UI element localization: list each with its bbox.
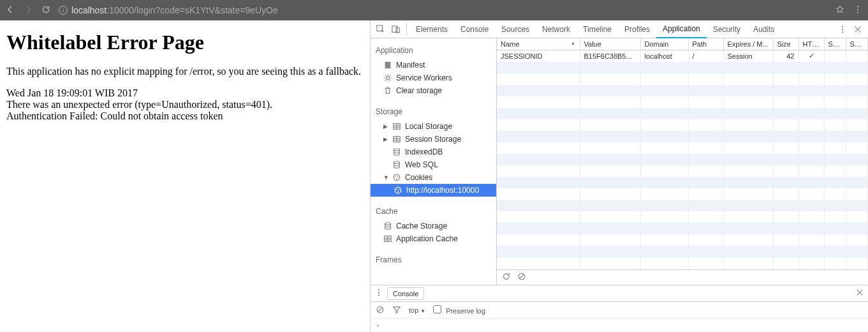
col-domain[interactable]: Domain bbox=[640, 38, 688, 50]
sidebar-item-manifest[interactable]: Manifest bbox=[371, 59, 496, 72]
grid-icon bbox=[392, 135, 401, 144]
tab-timeline[interactable]: Timeline bbox=[577, 20, 618, 38]
close-drawer-icon[interactable] bbox=[855, 288, 864, 299]
forward-button[interactable] bbox=[23, 4, 33, 17]
sidebar-item-websql[interactable]: Web SQL bbox=[371, 158, 496, 171]
inspect-element-icon[interactable] bbox=[376, 24, 386, 34]
sidebar-item-clear-storage[interactable]: Clear storage bbox=[371, 84, 496, 97]
drawer-menu-icon[interactable] bbox=[374, 288, 383, 299]
table-row bbox=[497, 119, 868, 131]
page-title: Whitelabel Error Page bbox=[6, 31, 364, 54]
col-samesite[interactable]: Sa... bbox=[846, 38, 868, 50]
svg-point-15 bbox=[394, 174, 400, 181]
sidebar-item-application-cache[interactable]: Application Cache bbox=[371, 232, 496, 245]
svg-point-28 bbox=[378, 294, 379, 296]
cookie-table: Name▲ Value Domain Path Expires / M... S… bbox=[497, 38, 868, 269]
table-row bbox=[497, 62, 868, 73]
cookie-panel: Name▲ Value Domain Path Expires / M... S… bbox=[497, 38, 868, 285]
col-http[interactable]: HTTP bbox=[798, 38, 824, 50]
table-row[interactable]: JSESSIONIDB15F6C38B5...localhost/Session… bbox=[497, 50, 868, 62]
svg-point-20 bbox=[396, 188, 397, 190]
tab-audits[interactable]: Audits bbox=[747, 20, 781, 38]
svg-point-21 bbox=[399, 189, 400, 190]
col-secure[interactable]: Se... bbox=[824, 38, 846, 50]
console-prompt[interactable]: › bbox=[371, 319, 868, 332]
table-row bbox=[497, 108, 868, 119]
cookie-icon bbox=[392, 173, 401, 182]
table-row bbox=[497, 211, 868, 223]
svg-point-0 bbox=[857, 6, 858, 7]
tab-console[interactable]: Console bbox=[454, 20, 495, 38]
trash-icon bbox=[383, 86, 392, 95]
refresh-button[interactable] bbox=[502, 272, 511, 283]
table-row bbox=[497, 73, 868, 85]
grid-icon bbox=[392, 122, 401, 131]
auth-failure: Authentication Failed: Could not obtain … bbox=[6, 110, 364, 122]
caret-icon: ▶ bbox=[383, 136, 388, 142]
url-port: :10000 bbox=[107, 5, 134, 15]
tab-profiles[interactable]: Profiles bbox=[618, 20, 656, 38]
grid-icon bbox=[383, 234, 392, 243]
reload-button[interactable] bbox=[41, 4, 51, 17]
clear-console-icon[interactable] bbox=[376, 305, 385, 315]
tab-sources[interactable]: Sources bbox=[495, 20, 536, 38]
col-path[interactable]: Path bbox=[688, 38, 723, 50]
table-row bbox=[497, 223, 868, 234]
table-row bbox=[497, 257, 868, 269]
sidebar-item-session-storage[interactable]: ▶ Session Storage bbox=[371, 133, 496, 146]
col-name[interactable]: Name▲ bbox=[497, 38, 580, 50]
divider bbox=[406, 24, 407, 35]
bookmark-button[interactable] bbox=[835, 4, 845, 17]
svg-point-26 bbox=[378, 289, 379, 290]
table-row bbox=[497, 131, 868, 142]
caret-down-icon: ▼ bbox=[383, 174, 388, 181]
sidebar-item-cookie-origin[interactable]: http://localhost:10000 bbox=[371, 184, 496, 197]
back-button[interactable] bbox=[5, 4, 15, 17]
drawer-tab-console[interactable]: Console bbox=[387, 287, 424, 300]
devtools-menu-icon[interactable] bbox=[837, 24, 848, 34]
table-row bbox=[497, 188, 868, 200]
console-drawer: Console top ▼ Preserv bbox=[371, 285, 868, 332]
url-path: /login?code=sK1YtV&state=9eUyOe bbox=[134, 5, 278, 15]
svg-point-8 bbox=[842, 31, 843, 33]
chrome-menu-button[interactable] bbox=[853, 4, 863, 17]
col-value[interactable]: Value bbox=[580, 38, 640, 50]
preserve-log-toggle[interactable]: Preserve log bbox=[433, 305, 485, 315]
tab-security[interactable]: Security bbox=[707, 20, 747, 38]
address-bar[interactable]: i localhost:10000/login?code=sK1YtV&stat… bbox=[59, 5, 827, 15]
svg-point-17 bbox=[397, 176, 399, 177]
site-info-icon[interactable]: i bbox=[59, 6, 68, 15]
sidebar-item-cookies[interactable]: ▼ Cookies bbox=[371, 171, 496, 184]
preserve-log-checkbox[interactable] bbox=[433, 305, 441, 313]
tab-network[interactable]: Network bbox=[536, 20, 577, 38]
filter-icon[interactable] bbox=[392, 305, 401, 315]
error-timestamp: Wed Jan 18 19:09:01 WIB 2017 bbox=[6, 87, 364, 99]
svg-point-10 bbox=[386, 76, 389, 79]
sidebar-item-cache-storage[interactable]: Cache Storage bbox=[371, 220, 496, 232]
col-expires[interactable]: Expires / M... bbox=[723, 38, 773, 50]
devtools-panel: Elements Console Sources Network Timelin… bbox=[370, 20, 868, 332]
svg-point-14 bbox=[394, 162, 400, 164]
table-row bbox=[497, 200, 868, 211]
table-row bbox=[497, 142, 868, 154]
device-toolbar-icon[interactable] bbox=[391, 24, 401, 34]
devtools-tabs: Elements Console Sources Network Timelin… bbox=[371, 20, 868, 38]
browser-toolbar: i localhost:10000/login?code=sK1YtV&stat… bbox=[0, 0, 868, 20]
section-frames: Frames bbox=[371, 252, 496, 268]
table-row bbox=[497, 85, 868, 96]
table-row bbox=[497, 165, 868, 177]
sidebar-item-service-workers[interactable]: Service Workers bbox=[371, 72, 496, 84]
section-application: Application bbox=[371, 42, 496, 59]
clear-button[interactable] bbox=[517, 272, 526, 283]
close-devtools-icon[interactable] bbox=[853, 24, 863, 34]
svg-point-27 bbox=[378, 292, 379, 293]
col-size[interactable]: Size bbox=[773, 38, 798, 50]
tab-application[interactable]: Application bbox=[656, 20, 707, 38]
svg-point-2 bbox=[857, 11, 858, 13]
context-selector[interactable]: top ▼ bbox=[409, 306, 425, 314]
tab-elements[interactable]: Elements bbox=[409, 20, 454, 38]
sidebar-item-indexeddb[interactable]: IndexedDB bbox=[371, 146, 496, 158]
sidebar-item-local-storage[interactable]: ▶ Local Storage bbox=[371, 120, 496, 133]
error-summary: There was an unexpected error (type=Unau… bbox=[6, 99, 364, 110]
caret-icon: ▶ bbox=[383, 123, 388, 130]
